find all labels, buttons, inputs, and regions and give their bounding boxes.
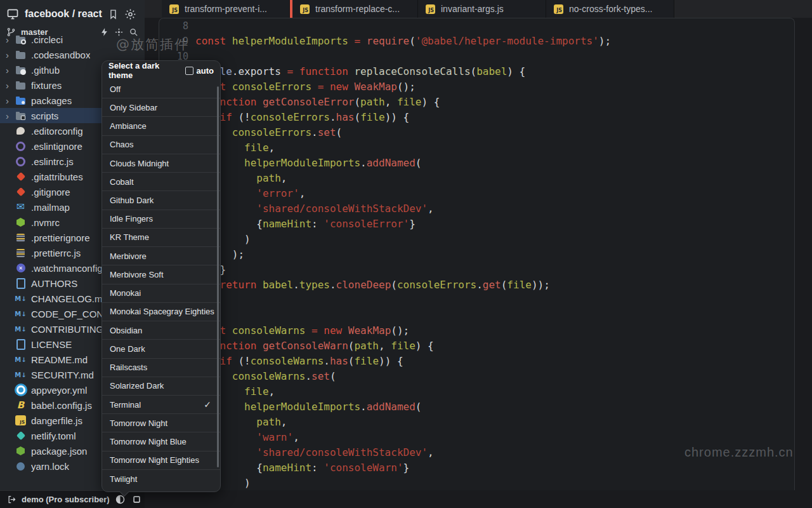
code-line-19: 19 'error', (159, 186, 794, 201)
tab-transform-replace-c[interactable]: JStransform-replace-c... (290, 0, 418, 18)
file-name: .watchmanconfig (31, 263, 103, 274)
theme-item-cobalt[interactable]: Cobalt (102, 172, 220, 190)
chevron-right-icon: › (6, 35, 15, 44)
code-text: if (!consoleErrors.has(file)) { (195, 110, 409, 125)
theme-item-kr-theme[interactable]: KR Theme (102, 228, 220, 246)
theme-item-tomorrow-night-blue[interactable]: Tomorrow Night Blue (102, 432, 220, 450)
layout-square-icon[interactable] (132, 495, 141, 504)
theme-item-monokai-spacegray-eighties[interactable]: Monokai Spacegray Eighties (102, 302, 220, 321)
js-file-icon: JS (554, 4, 563, 14)
theme-item-label: Chaos (110, 140, 134, 149)
check-icon: ✓ (204, 399, 211, 410)
file-name: .github (31, 65, 60, 76)
theme-item-tomorrow-night-eighties[interactable]: Tomorrow Night Eighties (102, 451, 220, 469)
auto-checkbox-label: auto (197, 66, 214, 76)
theme-item-merbivore-soft[interactable]: Merbivore Soft (102, 265, 220, 283)
theme-item-label: Twilight (110, 474, 137, 484)
code-text: helperModuleImports.addNamed( (195, 399, 421, 415)
theme-item-merbivore[interactable]: Merbivore (102, 246, 220, 265)
code-text: function getConsoleWarn(path, file) { (195, 338, 434, 354)
theme-item-solarized-dark[interactable]: Solarized Dark (102, 377, 220, 395)
theme-item-terminal[interactable]: Terminal✓ (102, 395, 220, 413)
theme-item-label: Idle Fingers (110, 214, 153, 224)
theme-item-off[interactable]: Off (102, 80, 220, 98)
code-line-20: 20 'shared/consoleWithStackDev', (159, 201, 794, 217)
code-line-11: 11module.exports = function replaceConso… (159, 64, 794, 79)
js-icon (15, 415, 26, 426)
theme-item-label: Tomorrow Night (110, 418, 167, 428)
file-name: README.md (31, 354, 88, 365)
theme-item-github-dark[interactable]: Github Dark (102, 190, 220, 209)
code-text: module.exports = function replaceConsole… (195, 64, 525, 79)
settings-gear-icon[interactable] (124, 8, 136, 20)
file-name: AUTHORS (31, 278, 77, 289)
theme-item-tomorrow-night[interactable]: Tomorrow Night (102, 413, 220, 432)
theme-item-idle-fingers[interactable]: Idle Fingers (102, 210, 220, 228)
code-line-18: 18 path, (159, 171, 794, 186)
code-text: const helperModuleImports = require('@ba… (195, 34, 611, 49)
file-name: packages (31, 95, 72, 106)
tab-no-cross-fork-types[interactable]: JSno-cross-fork-types... (546, 0, 674, 18)
theme-item-clouds-midnight[interactable]: Clouds Midnight (102, 154, 220, 172)
file-name: .mailmap (31, 202, 70, 213)
code-line-9: 9const helperModuleImports = require('@b… (159, 34, 794, 49)
theme-item-twilight[interactable]: Twilight (102, 469, 220, 488)
theme-item-one-dark[interactable]: One Dark (102, 339, 220, 358)
code-text: let consoleErrors = new WeakMap(); (195, 79, 416, 95)
code-line-21: 21 {nameHint: 'consoleError'} (159, 217, 794, 232)
file-name: scripts (31, 110, 58, 121)
theme-item-ambiance[interactable]: Ambiance (102, 116, 220, 135)
theme-item-railscasts[interactable]: Railscasts (102, 358, 220, 377)
code-line-17: 17 helperModuleImports.addNamed( (159, 156, 794, 171)
eslint-icon (15, 141, 26, 152)
repo-title: facebook / react (25, 8, 102, 20)
file-name: fixtures (31, 80, 62, 91)
file-name: CHANGELOG.md (31, 293, 108, 304)
file-name: .prettierignore (31, 232, 90, 243)
theme-item-label: Merbivore (110, 251, 147, 261)
github-folder-icon (15, 65, 26, 76)
file-name: netlify.toml (31, 431, 76, 441)
code-line-30: 30 if (!consoleWarns.has(file)) { (159, 354, 794, 369)
code-line-34: 34 path, (159, 415, 794, 430)
theme-item-only-sidebar[interactable]: Only Sidebar (102, 98, 220, 116)
code-line-28: 28 let consoleWarns = new WeakMap(); (159, 323, 794, 338)
file-name: yarn.lock (31, 461, 69, 472)
code-line-23: 23 ); (159, 247, 794, 262)
file-name: .eslintrc.js (31, 156, 74, 167)
tab-invariant-args-js[interactable]: JSinvariant-args.js (418, 0, 546, 18)
editor-region: JStransform-prevent-i...JStransform-repl… (145, 0, 812, 508)
theme-item-label: Off (110, 84, 121, 94)
file-name: LICENSE (31, 339, 72, 350)
theme-menu-scrollbar[interactable] (217, 86, 219, 467)
theme-item-monokai[interactable]: Monokai (102, 284, 220, 302)
code-line-15: 15 consoleErrors.set( (159, 125, 794, 140)
code-area[interactable]: 89const helperModuleImports = require('@… (159, 18, 794, 490)
code-text: 'shared/consoleWithStackDev', (195, 201, 434, 217)
tab-label: invariant-args.js (441, 4, 504, 14)
code-line-33: 33 helperModuleImports.addNamed( (159, 399, 794, 415)
auto-checkbox[interactable] (185, 67, 193, 75)
tab-bar: JStransform-prevent-i...JStransform-repl… (145, 0, 812, 18)
circleci-folder-icon (15, 34, 26, 45)
theme-item-label: Ambiance (110, 121, 147, 131)
theme-item-label: Merbivore Soft (110, 270, 164, 279)
sidebar-watermark: @放简插件 (116, 36, 189, 53)
tab-transform-prevent-i[interactable]: JStransform-prevent-i... (162, 0, 290, 18)
file-icon (15, 339, 26, 350)
code-text: return babel.types.cloneDeep(consoleErro… (195, 277, 550, 293)
markdown-icon: M↓ (15, 309, 26, 319)
prettier-icon (15, 248, 26, 258)
node-icon (15, 217, 26, 228)
bookmark-icon[interactable] (108, 9, 119, 20)
code-line-13: 13 function getConsoleError(path, file) … (159, 95, 794, 110)
editor-watermark: chrome.zzzmh.cn (684, 445, 794, 460)
theme-item-label: Github Dark (110, 196, 154, 205)
theme-item-chaos[interactable]: Chaos (102, 135, 220, 154)
theme-item-label: Railscasts (110, 363, 147, 372)
theme-item-label: One Dark (110, 344, 145, 354)
code-line-35: 35 'warn', (159, 430, 794, 445)
markdown-icon: M↓ (15, 354, 26, 365)
code-line-38: 38 ) (159, 476, 794, 490)
theme-item-obsidian[interactable]: Obsidian (102, 321, 220, 339)
